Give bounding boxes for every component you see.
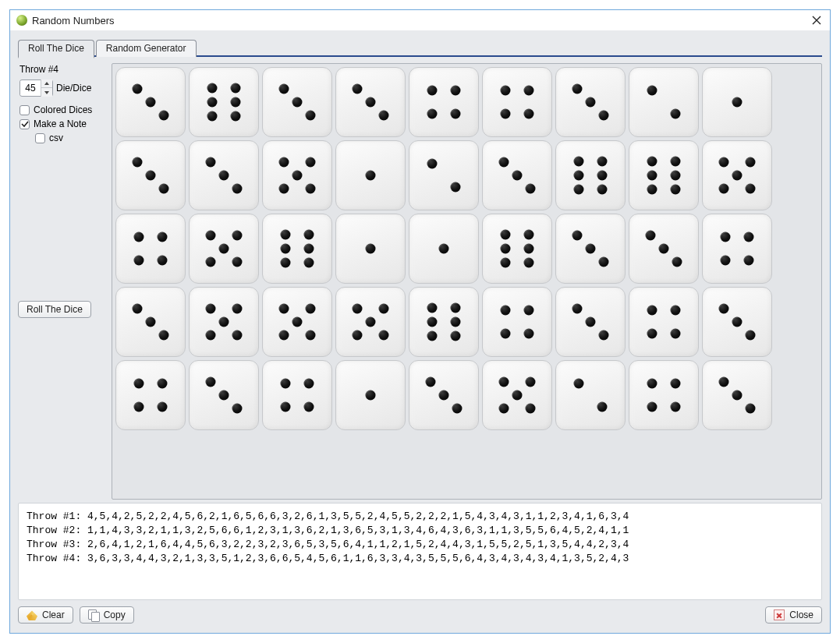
die — [629, 67, 699, 137]
broom-icon — [27, 609, 37, 620]
die — [115, 214, 186, 284]
make-note-checkbox[interactable] — [19, 119, 30, 129]
colored-dices-label: Colored Dices — [34, 104, 92, 115]
throw-label: Throw #4 — [18, 63, 107, 78]
dice-grid — [112, 63, 822, 500]
die — [262, 287, 332, 357]
die — [115, 287, 186, 357]
close-square-icon — [774, 609, 785, 620]
tab-random-generator[interactable]: Random Generator — [96, 40, 197, 57]
dice-count-stepper[interactable] — [19, 79, 53, 97]
close-icon[interactable] — [810, 13, 824, 27]
die — [262, 360, 332, 430]
die — [482, 67, 552, 137]
window: Random Numbers Roll The DiceRandom Gener… — [9, 9, 831, 634]
app-icon — [16, 15, 27, 26]
body-panel: Roll The DiceRandom Generator Throw #4 D… — [10, 30, 830, 633]
die — [409, 140, 479, 210]
die — [555, 360, 626, 430]
csv-label: csv — [49, 132, 63, 143]
dice-count-input[interactable] — [20, 81, 41, 95]
die — [482, 360, 552, 430]
die — [702, 287, 772, 357]
spinner-up-icon[interactable] — [41, 79, 52, 88]
colored-dices-checkbox[interactable] — [19, 105, 30, 115]
die — [189, 140, 259, 210]
die — [409, 214, 479, 284]
die — [335, 287, 406, 357]
close-button[interactable]: Close — [765, 606, 822, 624]
die — [629, 140, 699, 210]
die — [629, 287, 699, 357]
die — [555, 214, 626, 284]
die — [555, 140, 626, 210]
die — [115, 360, 186, 430]
die — [189, 214, 259, 284]
dice-count-label: Die/Dice — [56, 83, 91, 94]
copy-button[interactable]: Copy — [80, 606, 134, 624]
copy-icon — [88, 609, 99, 620]
die — [482, 214, 552, 284]
sidebar: Throw #4 Die/Dice Colored — [18, 63, 107, 500]
die — [482, 140, 552, 210]
die — [409, 360, 479, 430]
tab-roll-the-dice[interactable]: Roll The Dice — [18, 40, 94, 58]
die — [702, 360, 772, 430]
die — [115, 140, 186, 210]
die — [262, 140, 332, 210]
die — [189, 287, 259, 357]
die — [262, 67, 332, 137]
log-output: Throw #1: 4,5,4,2,5,2,2,4,5,6,2,1,6,5,6,… — [18, 503, 822, 600]
tabs: Roll The DiceRandom Generator — [18, 37, 822, 57]
die — [702, 67, 772, 137]
die — [702, 140, 772, 210]
die — [189, 360, 259, 430]
die — [335, 67, 406, 137]
die — [409, 67, 479, 137]
spinner-down-icon[interactable] — [41, 88, 52, 97]
make-note-label: Make a Note — [34, 118, 87, 129]
roll-dice-button[interactable]: Roll The Dice — [18, 301, 91, 318]
die — [335, 214, 406, 284]
die — [115, 67, 186, 137]
csv-checkbox[interactable] — [35, 133, 45, 143]
titlebar: Random Numbers — [10, 10, 830, 30]
clear-button[interactable]: Clear — [18, 606, 73, 624]
die — [555, 287, 626, 357]
die — [702, 214, 772, 284]
die — [262, 214, 332, 284]
die — [335, 140, 406, 210]
die — [409, 287, 479, 357]
die — [335, 360, 406, 430]
die — [629, 360, 699, 430]
die — [555, 67, 626, 137]
window-title: Random Numbers — [32, 15, 115, 26]
die — [482, 287, 552, 357]
die — [189, 67, 259, 137]
die — [629, 214, 699, 284]
